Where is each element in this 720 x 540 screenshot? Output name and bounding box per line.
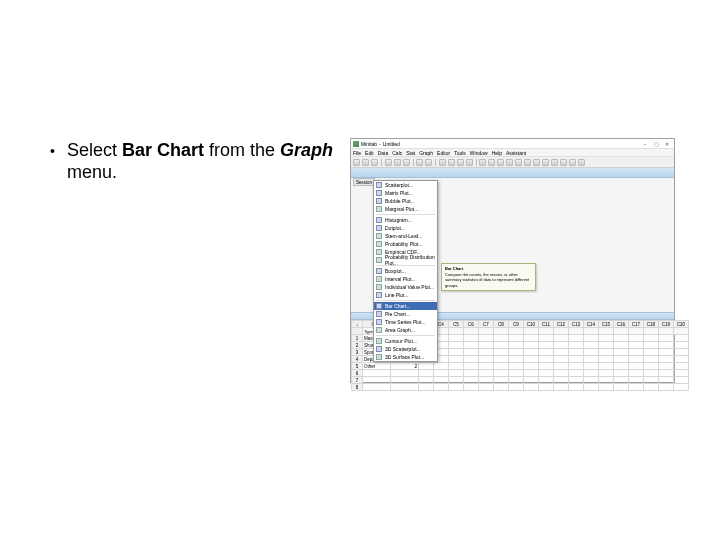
variable-name-cell[interactable] [509,328,524,335]
grid-cell[interactable] [629,356,644,363]
grid-cell[interactable] [479,370,494,377]
column-header[interactable]: C19 [659,321,674,328]
variable-name-cell[interactable] [674,328,689,335]
column-header[interactable]: C7 [479,321,494,328]
grid-cell[interactable] [391,370,419,377]
grid-cell[interactable] [659,384,674,391]
menu-help[interactable]: Help [492,150,502,156]
menu-item-boxplot-[interactable]: Boxplot... [374,267,437,275]
grid-cell[interactable] [644,356,659,363]
grid-cell[interactable] [629,363,644,370]
grid-cell[interactable] [599,377,614,384]
menu-item-line-plot-[interactable]: Line Plot... [374,291,437,299]
grid-cell[interactable] [509,335,524,342]
variable-name-cell[interactable] [614,328,629,335]
grid-cell[interactable] [659,377,674,384]
toolbar-icon[interactable] [353,159,360,166]
variable-name-cell[interactable] [494,328,509,335]
variable-name-cell[interactable] [464,328,479,335]
toolbar-icon[interactable] [385,159,392,166]
grid-cell[interactable] [674,349,689,356]
grid-cell[interactable] [584,377,599,384]
grid-cell[interactable] [464,342,479,349]
grid-cell[interactable] [464,363,479,370]
row-header[interactable]: 1 [352,335,363,342]
grid-cell[interactable] [449,370,464,377]
grid-cell[interactable] [449,335,464,342]
menu-item-individual-value-plot-[interactable]: Individual Value Plot... [374,283,437,291]
grid-cell[interactable] [659,349,674,356]
toolbar-icon[interactable] [578,159,585,166]
grid-cell[interactable] [554,349,569,356]
toolbar-icon[interactable] [416,159,423,166]
grid-cell[interactable] [644,349,659,356]
grid-cell[interactable] [659,335,674,342]
row-header[interactable]: 2 [352,342,363,349]
grid-cell[interactable] [644,384,659,391]
row-header[interactable]: 6 [352,370,363,377]
grid-cell[interactable] [614,342,629,349]
grid-cell[interactable] [584,342,599,349]
grid-cell[interactable] [524,335,539,342]
grid-cell[interactable] [434,370,449,377]
menu-item-bubble-plot-[interactable]: Bubble Plot... [374,197,437,205]
grid-cell[interactable] [584,349,599,356]
grid-cell[interactable] [644,342,659,349]
grid-cell[interactable] [629,342,644,349]
grid-cell[interactable] [449,384,464,391]
grid-cell[interactable] [584,370,599,377]
grid-cell[interactable] [584,384,599,391]
menu-item-bar-chart-[interactable]: Bar Chart... [374,302,437,310]
row-header[interactable]: 5 [352,363,363,370]
menu-calc[interactable]: Calc [392,150,402,156]
grid-cell[interactable] [464,384,479,391]
grid-cell[interactable] [419,363,434,370]
grid-cell[interactable] [554,356,569,363]
grid-cell[interactable] [509,356,524,363]
toolbar-icon[interactable] [569,159,576,166]
grid-cell[interactable] [569,356,584,363]
variable-name-cell[interactable] [629,328,644,335]
column-header[interactable]: C14 [584,321,599,328]
row-header[interactable]: 3 [352,349,363,356]
grid-cell[interactable] [391,377,419,384]
grid-cell[interactable] [569,363,584,370]
column-header[interactable]: C8 [494,321,509,328]
grid-cell[interactable] [363,370,391,377]
grid-cell[interactable]: Other [363,363,391,370]
menu-editor[interactable]: Editor [437,150,450,156]
menu-item-matrix-plot-[interactable]: Matrix Plot... [374,189,437,197]
toolbar-icon[interactable] [425,159,432,166]
toolbar-icon[interactable] [394,159,401,166]
grid-cell[interactable] [391,384,419,391]
row-header[interactable]: 4 [352,356,363,363]
variable-name-cell[interactable] [644,328,659,335]
column-header[interactable]: C13 [569,321,584,328]
grid-cell[interactable] [494,363,509,370]
menu-item-pie-chart-[interactable]: Pie Chart... [374,310,437,318]
grid-cell[interactable] [659,363,674,370]
grid-cell[interactable] [614,349,629,356]
variable-name-cell[interactable] [479,328,494,335]
column-header[interactable]: C5 [449,321,464,328]
menu-assistant[interactable]: Assistant [506,150,526,156]
toolbar-icon[interactable] [448,159,455,166]
menu-item-contour-plot-[interactable]: Contour Plot... [374,337,437,345]
menu-item-marginal-plot-[interactable]: Marginal Plot... [374,205,437,213]
column-header[interactable]: C9 [509,321,524,328]
menu-item-3d-surface-plot-[interactable]: 3D Surface Plot... [374,353,437,361]
grid-cell[interactable] [434,377,449,384]
variable-name-cell[interactable] [524,328,539,335]
grid-cell[interactable] [629,384,644,391]
grid-cell[interactable] [494,370,509,377]
grid-cell[interactable] [509,377,524,384]
grid-cell[interactable] [509,384,524,391]
grid-cell[interactable] [449,342,464,349]
variable-name-cell[interactable] [449,328,464,335]
grid-cell[interactable] [569,377,584,384]
grid-cell[interactable] [524,342,539,349]
toolbar-icon[interactable] [371,159,378,166]
grid-cell[interactable] [674,356,689,363]
grid-cell[interactable] [569,349,584,356]
grid-cell[interactable] [363,384,391,391]
